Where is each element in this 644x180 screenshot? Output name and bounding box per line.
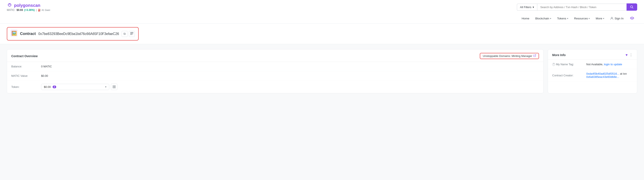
at-txn-text: at txn (620, 72, 627, 75)
matic-value-row: MATIC Value: $0.00 (7, 71, 543, 81)
matic-info: MATIC: $0.93 (+3.36%) | ⛽ 41 Gwei (7, 9, 50, 12)
nav-polygon-logo[interactable] (627, 15, 637, 22)
grid-icon (113, 85, 116, 88)
header: polygonscan MATIC: $0.93 (+3.36%) | ⛽ 41… (0, 0, 644, 24)
more-options-button[interactable]: ⋮ (629, 53, 633, 57)
nav: Home Blockchain ▾ Tokens ▾ Resources ▾ M… (7, 13, 637, 24)
token-dropdown-chevron-icon: ▾ (105, 86, 106, 88)
qr-icon (130, 32, 133, 36)
signin-link[interactable]: Sign In (608, 15, 626, 21)
copy-icon: ⧉ (124, 32, 126, 36)
svg-rect-15 (113, 86, 114, 87)
token-count-badge: 2 (52, 86, 56, 88)
contract-name-badge: Unstoppable Domains: Minting Manager (480, 53, 539, 59)
favorite-button[interactable]: ♥ (626, 53, 628, 57)
svg-rect-8 (131, 33, 131, 33)
resources-chevron-icon: ▾ (589, 17, 590, 20)
txn-hash-link[interactable]: 0x6a6385eac43e60db8e... (586, 75, 619, 78)
nav-item-resources[interactable]: Resources ▾ (572, 16, 592, 21)
logo-icon (7, 3, 12, 8)
nav-item-home[interactable]: Home (519, 16, 532, 21)
svg-rect-12 (132, 34, 133, 34)
creator-address-link[interactable]: 0xda4f3b40ad025df3516... (586, 72, 619, 75)
more-chevron-icon: ▾ (603, 17, 604, 20)
nav-more-label: More (596, 17, 602, 20)
token-grid-button[interactable] (111, 84, 117, 90)
name-tag-question-icon[interactable]: ? (552, 63, 555, 66)
blockchain-chevron-icon: ▾ (550, 17, 551, 20)
nav-tokens-label: Tokens (557, 17, 566, 20)
nav-item-tokens[interactable]: Tokens ▾ (554, 16, 571, 21)
svg-rect-13 (132, 34, 132, 35)
logo-link[interactable]: polygonscan (7, 3, 50, 8)
name-tag-row: ? My Name Tag: Not Available, login to u… (548, 60, 637, 69)
svg-rect-17 (113, 87, 114, 88)
right-card-actions: ♥ ⋮ (626, 53, 633, 57)
filter-button[interactable]: All Filters ▾ (517, 4, 537, 11)
svg-rect-14 (132, 34, 133, 35)
matic-price: $0.93 (16, 9, 23, 12)
external-link-icon[interactable] (534, 54, 536, 58)
more-info-title: More Info (552, 53, 566, 57)
login-to-update-link[interactable]: login to update (604, 63, 622, 66)
tokens-chevron-icon: ▾ (567, 17, 568, 20)
svg-rect-16 (114, 86, 116, 87)
contract-label: Contract (20, 32, 36, 36)
contract-icon: 🖼️ (11, 30, 18, 38)
search-button[interactable] (626, 4, 637, 11)
addr-actions: ⧉ (122, 31, 135, 37)
nav-blockchain-label: Blockchain (536, 17, 549, 20)
logo-text: polygonscan (14, 3, 40, 8)
header-top: polygonscan MATIC: $0.93 (+3.36%) | ⛽ 41… (7, 0, 637, 13)
gwei-badge: ⛽ 41 Gwei (38, 9, 50, 12)
overview-title: Contract Overview (11, 54, 38, 58)
overview-title-row: Contract Overview Unstoppable Domains: M… (7, 50, 543, 62)
search-input[interactable] (537, 4, 626, 11)
more-info-title-row: More Info ♥ ⋮ (548, 50, 637, 60)
svg-line-1 (632, 8, 633, 9)
search-area: All Filters ▾ (517, 4, 637, 11)
nav-item-more[interactable]: More ▾ (593, 16, 607, 21)
gwei-value: 41 Gwei (42, 9, 50, 11)
token-label: Token: (11, 85, 41, 89)
svg-rect-11 (132, 34, 132, 34)
search-icon (630, 5, 634, 9)
contract-creator-label: Contract Creator: (552, 74, 586, 77)
name-tag-value: Not Available, login to update (586, 63, 633, 66)
svg-rect-10 (131, 34, 131, 35)
name-tag-label-text: My Name Tag: (556, 63, 574, 66)
overview-body: Balance: 0 MATIC MATIC Value: $0.00 Toke… (7, 62, 543, 93)
svg-rect-9 (132, 33, 133, 33)
contract-creator-value: 0xda4f3b40ad025df3516... at txn 0x6a6385… (586, 72, 633, 78)
name-tag-label: ? My Name Tag: (552, 63, 586, 66)
balance-row: Balance: 0 MATIC (7, 62, 543, 71)
copy-address-button[interactable]: ⧉ (122, 31, 128, 37)
contract-address-box: 🖼️ Contract 0x7be83293BeeDc9Eba1bd76c66A… (7, 27, 139, 41)
more-info-card: More Info ♥ ⋮ ? My Name Tag: Not Availab… (548, 49, 637, 93)
filter-label: All Filters (520, 6, 531, 9)
divider: | (36, 9, 37, 12)
svg-text:🖼️: 🖼️ (12, 31, 17, 36)
logo-area: polygonscan MATIC: $0.93 (+3.36%) | ⛽ 41… (7, 3, 50, 12)
token-select-left: $0.00 2 (44, 85, 56, 89)
qr-code-button[interactable] (129, 31, 135, 37)
contract-overview-card: Contract Overview Unstoppable Domains: M… (7, 49, 544, 93)
nav-home-label: Home (522, 17, 530, 20)
matic-value-value: $0.00 (41, 74, 48, 77)
token-value: $0.00 (44, 85, 51, 89)
contract-header-section: 🖼️ Contract 0x7be83293BeeDc9Eba1bd76c66A… (0, 24, 644, 44)
nav-item-blockchain[interactable]: Blockchain ▾ (533, 16, 554, 21)
balance-value: 0 MATIC (41, 65, 52, 68)
signin-label: Sign In (614, 17, 624, 20)
svg-rect-18 (114, 87, 116, 88)
name-tag-text: Not Available, (586, 63, 604, 66)
gwei-icon: ⛽ (38, 9, 41, 12)
token-select-wrap: $0.00 2 ▾ (41, 84, 117, 90)
matic-value-label: MATIC Value: (11, 74, 41, 77)
filter-chevron-icon: ▾ (532, 6, 534, 9)
token-select-dropdown[interactable]: $0.00 2 ▾ (41, 84, 109, 90)
main-content: Contract Overview Unstoppable Domains: M… (0, 44, 644, 99)
matic-change: (+3.36%) (24, 9, 35, 12)
polygon-logo-icon (630, 16, 635, 21)
matic-label: MATIC: (7, 9, 15, 12)
